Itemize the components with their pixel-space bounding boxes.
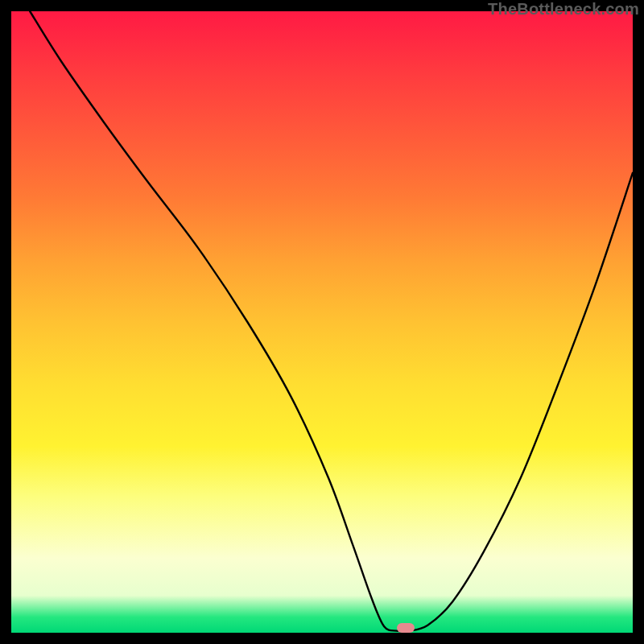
chart-frame: TheBottleneck.com	[0, 0, 644, 644]
bottleneck-curve	[11, 11, 633, 633]
optimal-point-marker	[397, 623, 415, 633]
